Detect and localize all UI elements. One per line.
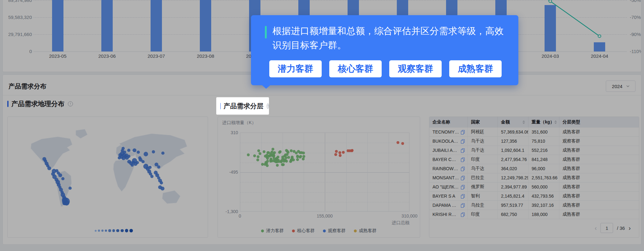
tour-button-成熟客群[interactable]: 成熟客群 (449, 60, 502, 77)
tooltip-text: 根据进口额增量和总额，综合评估并区分需求等级，高效识别目标客户群。 (272, 24, 507, 52)
tour-button-核心客群[interactable]: 核心客群 (329, 60, 382, 77)
tooltip-buttons: 潜力客群核心客群观察客群成熟客群 (269, 60, 502, 77)
info-icon[interactable]: ! (267, 104, 269, 109)
tour-tooltip: 根据进口额增量和总额，综合评估并区分需求等级，高效识别目标客户群。 潜力客群核心… (251, 15, 518, 85)
tooltip-text-row: 根据进口额增量和总额，综合评估并区分需求等级，高效识别目标客户群。 (265, 24, 507, 52)
tour-button-潜力客群[interactable]: 潜力客群 (269, 60, 322, 77)
tooltip-accent-bar (265, 26, 267, 39)
tour-button-观察客群[interactable]: 观察客群 (389, 60, 442, 77)
tooltip-arrow (262, 85, 271, 89)
title-accent-bar (220, 103, 221, 109)
tour-spotlight-scatter-title[interactable]: 产品需求分层 ! (216, 97, 269, 115)
dashboard-page: 89,374,98059,583,32029,791,6600 -50%-70%… (0, 0, 644, 251)
